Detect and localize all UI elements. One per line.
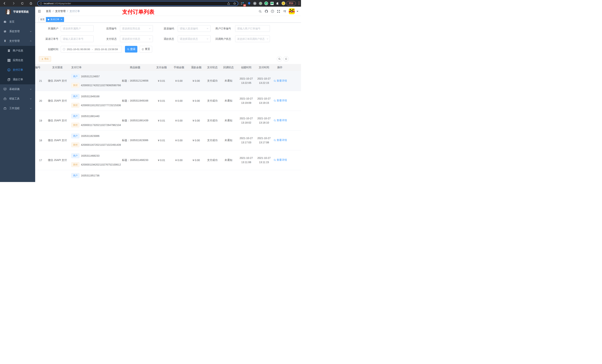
show-search-toggle-button[interactable] [277,56,282,62]
tab-home[interactable]: 首页 [38,17,46,22]
breadcrumb-current: 支付订单 [70,10,80,13]
view-detail-link[interactable]: 查看详情 [274,79,287,83]
channel-code-select[interactable] [178,25,211,32]
table-row: 20 微信 JSAPI 支付 商户1635311949168 支付4200001… [35,91,301,111]
puzzle-extensions-icon[interactable] [275,1,280,6]
home-icon[interactable] [28,0,33,7]
view-detail-link[interactable]: 查看详情 [274,138,287,142]
pay-submenu: 商户信息 应用信息 ¥ 支付订单 退款订单 [0,46,35,84]
chrome-update-button[interactable]: 更新 [286,1,296,6]
view-detail-link[interactable]: 查看详情 [274,119,287,122]
sidebar-logo: 芋道管理系统 [0,7,35,17]
sidebar-item-workflow[interactable]: 工作流程 [0,104,35,113]
back-icon[interactable] [2,0,7,7]
filter-label: 商户订单编号 [207,25,231,32]
chrome-menu-icon[interactable]: ••• [298,1,300,5]
date-start: 2021-10-01 00:00:00 [67,48,90,51]
sidebar-item-dev-tools[interactable]: 研发工具 [0,94,35,104]
svg-text:¥: ¥ [8,69,9,71]
github-icon[interactable] [263,7,269,16]
kite-extension-icon[interactable] [247,1,251,6]
col-actions: 操作 [274,64,301,71]
search-button[interactable]: 搜索 [125,46,137,52]
bookmark-star-icon[interactable] [233,2,236,5]
user-caret-icon[interactable] [297,11,298,13]
command-extension-icon[interactable]: ⌘ [252,1,257,6]
y-extension-icon[interactable]: y [264,1,269,6]
breadcrumb-home[interactable]: 首页 [46,10,51,13]
app-title: 芋道管理系统 [13,10,29,13]
filter-label: 应用编号 [96,25,117,32]
date-end: 2021-10-31 23:59:59 [95,48,118,51]
search-icon [274,159,276,161]
breadcrumb: 首页 / 支付管理 / 支付订单 [46,10,80,13]
chevron-down-icon [30,88,32,90]
search-icon [274,139,276,142]
sidebar-item-home[interactable]: 首页 [0,17,35,27]
reload-icon[interactable] [20,0,25,7]
pay-status-select[interactable] [120,35,153,42]
forward-icon[interactable] [11,0,16,7]
sidebar-item-pay[interactable]: ¥ 支付管理 [0,36,35,46]
chat-extension-icon[interactable] [270,1,274,6]
sidebar-item-merchant-info[interactable]: 商户信息 [0,46,35,55]
sidebar-item-label: 系统管理 [9,30,20,33]
create-time-range-picker[interactable]: 2021-10-01 00:00:00 - 2021-10-31 23:59:5… [61,46,122,52]
filter-label: 回调商户状态 [207,35,231,42]
sidebar-item-label: 应用信息 [13,59,23,62]
search-icon[interactable] [257,7,263,16]
dot-extension-icon[interactable] [258,1,263,6]
briefcase-icon [3,107,7,110]
close-icon[interactable]: ✕ [61,18,62,21]
pay-tag: 支付 [71,103,79,108]
url-path: :1024/pay/order [54,2,71,5]
menu-fold-icon[interactable] [38,10,42,13]
sidebar-item-refund-order[interactable]: 退款订单 [0,75,35,84]
fullscreen-icon[interactable] [275,7,281,16]
active-dot-icon [48,19,49,20]
view-detail-link[interactable]: 查看详情 [274,99,287,102]
share-icon[interactable] [227,2,230,5]
refund-status-select[interactable] [178,35,211,42]
view-detail-link[interactable]: 查看详情 [274,158,287,162]
sidebar-item-app-info[interactable]: 应用信息 [0,55,35,65]
merchant-tag: 商户 [71,74,79,79]
breadcrumb-pay[interactable]: 支付管理 [55,10,65,13]
font-size-icon[interactable]: TT [281,7,288,16]
refresh-icon [142,48,144,51]
pay-tag: 支付 [71,123,79,127]
merchant-select[interactable] [61,25,94,32]
chevron-down-icon [149,38,151,40]
sidebar-item-label: 基础设施 [9,87,20,91]
export-button[interactable]: 导出 [39,56,51,62]
merchant-order-no-input[interactable] [235,25,270,32]
filter-label: 所属商户 [35,25,58,32]
merchant-tag: 商户 [71,173,79,178]
extension-tiles-icon[interactable]: 10 [240,1,245,6]
notify-status-select[interactable] [235,35,270,42]
sidebar-item-infra[interactable]: 基础设施 [0,84,35,94]
table-toolbar: 导出 [35,55,301,64]
emoji-profile-icon[interactable] [281,1,286,6]
help-icon[interactable]: ? [269,7,275,16]
merchant-tag: 商户 [71,134,79,138]
sidebar-item-label: 首页 [9,20,14,23]
download-icon [41,58,43,60]
avatar[interactable] [289,8,295,14]
sidebar-item-system[interactable]: 系统管理 [0,27,35,36]
url-bar[interactable]: localhost:1024/pay/order [37,1,238,6]
sidebar-item-label: 支付管理 [9,39,20,43]
refresh-table-button[interactable] [283,56,289,62]
app-select[interactable] [120,25,153,32]
tab-pay-order[interactable]: 支付订单 ✕ [46,17,64,22]
table-row: 18 微信 JSAPI 支付 商户1635311823086 支付4200001… [35,130,301,150]
sidebar-item-label: 退款订单 [13,78,23,81]
reset-button[interactable]: 重置 [140,46,152,52]
pay-tag: 支付 [71,83,79,88]
channel-order-no-input[interactable] [61,35,94,42]
filter-label: 创建时间 [35,46,58,52]
site-info-icon[interactable] [40,2,42,5]
sidebar-item-pay-order[interactable]: ¥ 支付订单 [0,65,35,75]
annotation-title: 支付订单列表 [122,8,154,16]
svg-text:?: ? [272,10,273,12]
